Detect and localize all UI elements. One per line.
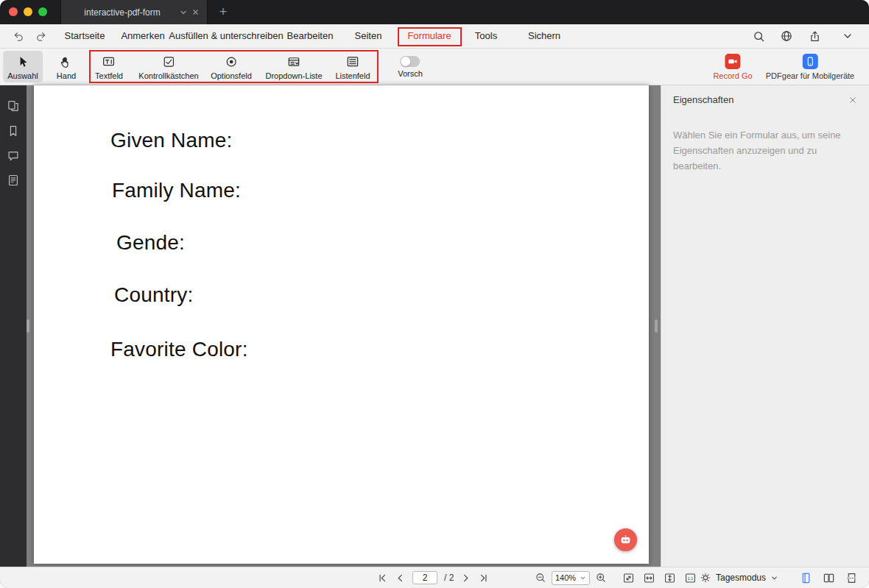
select-tool-button[interactable]: Auswahl <box>3 51 43 82</box>
tab-sichern[interactable]: Sichern <box>528 24 560 48</box>
app-window: interactive-pdf-form + Startseite Anmerk… <box>0 0 869 588</box>
page-total-label: / 2 <box>444 573 454 583</box>
properties-panel-title: Eigenschaften <box>673 94 733 105</box>
record-go-icon <box>725 54 740 69</box>
zoom-level-value: 140% <box>555 573 576 582</box>
titlebar: interactive-pdf-form + <box>0 0 869 24</box>
content-area: Given Name: Family Name: Gende: Country:… <box>0 85 869 567</box>
cursor-icon <box>16 54 29 69</box>
redo-icon[interactable] <box>34 29 47 43</box>
last-page-icon[interactable] <box>478 573 489 584</box>
dropdown-list-icon <box>286 54 300 69</box>
translate-globe-icon[interactable] <box>780 29 793 43</box>
document-tab[interactable]: interactive-pdf-form <box>60 0 208 24</box>
comments-icon[interactable] <box>7 149 20 163</box>
left-panel-resize-handle[interactable] <box>27 319 29 333</box>
zoom-out-icon[interactable] <box>535 572 546 584</box>
checkbox-tool-button[interactable]: Kontrollkästchen <box>134 51 203 82</box>
radio-button-icon <box>225 54 238 69</box>
window-close-button[interactable] <box>9 7 18 16</box>
svg-text:1:1: 1:1 <box>688 575 693 580</box>
share-icon[interactable] <box>808 29 821 43</box>
hand-icon <box>60 54 73 69</box>
tab-seiten[interactable]: Seiten <box>355 24 382 48</box>
page-thumbnails-icon[interactable] <box>7 99 20 113</box>
left-sidebar <box>0 85 27 567</box>
radio-label: Optionsfeld <box>211 71 252 80</box>
radio-tool-button[interactable]: Optionsfeld <box>206 51 256 82</box>
page-layout-controls <box>800 567 858 588</box>
window-minimize-button[interactable] <box>24 7 32 16</box>
fit-page-icon[interactable] <box>622 572 635 584</box>
pdf-page: Given Name: Family Name: Gende: Country:… <box>34 85 649 564</box>
tab-startseite[interactable]: Startseite <box>65 24 105 48</box>
mobile-app-button[interactable]: PDFgear für Mobilgeräte <box>761 51 859 82</box>
document-tab-title: interactive-pdf-form <box>67 7 177 18</box>
textfield-tool-button[interactable]: Textfeld <box>91 51 127 82</box>
form-label-country: Country: <box>114 283 193 307</box>
zoom-level-select[interactable]: 140% <box>552 571 590 585</box>
bookmarks-icon[interactable] <box>7 124 20 138</box>
fit-controls: 1:1 <box>622 567 697 588</box>
select-tool-label: Auswahl <box>7 71 38 80</box>
undo-icon[interactable] <box>12 29 25 43</box>
actual-size-icon[interactable]: 1:1 <box>684 572 697 584</box>
properties-close-icon[interactable] <box>847 94 859 106</box>
view-mode-chevron-icon <box>770 574 778 582</box>
tab-close-icon[interactable] <box>189 7 201 18</box>
mobile-app-label: PDFgear für Mobilgeräte <box>766 71 854 80</box>
tab-tools[interactable]: Tools <box>475 24 497 48</box>
hand-tool-label: Hand <box>57 71 76 80</box>
view-mode-select[interactable]: Tagesmodus <box>700 567 778 588</box>
hand-tool-button[interactable]: Hand <box>52 51 80 82</box>
document-viewport[interactable]: Given Name: Family Name: Gende: Country:… <box>27 85 661 567</box>
tab-formulare[interactable]: Formulare <box>407 24 451 48</box>
window-zoom-button[interactable] <box>38 7 47 16</box>
single-page-view-icon[interactable] <box>800 572 812 584</box>
assistant-bot-icon <box>619 534 632 546</box>
record-go-button[interactable]: Record Go <box>708 51 756 82</box>
dropdown-label: Dropdown-Liste <box>265 71 322 80</box>
continuous-scroll-view-icon[interactable] <box>845 572 858 584</box>
first-page-icon[interactable] <box>377 573 388 584</box>
properties-panel: Eigenschaften Wählen Sie ein Formular au… <box>661 85 869 567</box>
ribbon-tabs: Startseite Anmerken Ausfüllen & untersch… <box>0 24 869 49</box>
form-label-given-name: Given Name: <box>110 129 233 152</box>
checkbox-label: Kontrollkästchen <box>138 71 198 80</box>
preview-label: Vorsch <box>398 69 423 78</box>
preview-toggle-group[interactable]: Vorsch <box>393 51 427 80</box>
record-go-label: Record Go <box>713 71 752 80</box>
page-navigation: / 2 <box>377 567 489 588</box>
assistant-floating-button[interactable] <box>614 528 637 551</box>
preview-toggle[interactable] <box>400 56 420 67</box>
statusbar: / 2 140% <box>0 567 869 588</box>
view-mode-label: Tagesmodus <box>716 573 766 583</box>
form-toolbar: Auswahl Hand Textfeld Kontrollkästchen O… <box>0 49 869 85</box>
tab-chevron-down-icon[interactable] <box>177 7 189 18</box>
two-page-view-icon[interactable] <box>823 572 835 584</box>
dropdown-tool-button[interactable]: Dropdown-Liste <box>261 51 326 82</box>
search-icon[interactable] <box>752 29 765 43</box>
listbox-icon <box>346 54 360 69</box>
tab-bearbeiten[interactable]: Bearbeiten <box>287 24 334 48</box>
zoom-controls: 140% <box>535 567 607 588</box>
listbox-tool-button[interactable]: Listenfeld <box>331 51 374 82</box>
toggle-knob <box>401 57 410 66</box>
listbox-label: Listenfeld <box>335 71 370 80</box>
sun-icon <box>700 572 711 584</box>
next-page-icon[interactable] <box>460 573 471 584</box>
previous-page-icon[interactable] <box>395 573 406 584</box>
page-number-input[interactable] <box>412 571 437 584</box>
right-panel-resize-handle[interactable] <box>655 319 658 333</box>
collapse-ribbon-chevron-icon[interactable] <box>841 29 854 43</box>
mobile-phone-icon <box>802 54 817 69</box>
form-fields-icon[interactable] <box>7 174 20 187</box>
properties-hint-text: Wählen Sie ein Formular aus, um seine Ei… <box>673 128 850 174</box>
fit-width-icon[interactable] <box>643 572 655 584</box>
form-label-family-name: Family Name: <box>112 179 241 202</box>
zoom-in-icon[interactable] <box>595 572 607 584</box>
fit-height-icon[interactable] <box>664 572 676 584</box>
new-tab-button[interactable]: + <box>215 4 231 20</box>
tab-ausfuellen-unterschreiben[interactable]: Ausfüllen & unterschreiben <box>169 24 283 48</box>
tab-anmerken[interactable]: Anmerken <box>121 24 164 48</box>
